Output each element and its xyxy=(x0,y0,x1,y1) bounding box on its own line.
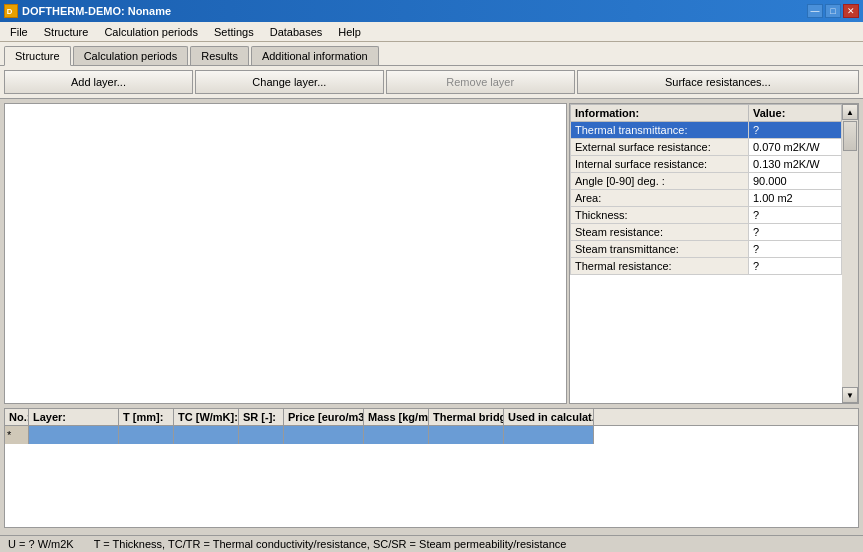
layer-cell xyxy=(174,426,239,444)
info-table-row[interactable]: Area:1.00 m2 xyxy=(571,190,842,207)
info-cell: Steam transmittance: xyxy=(571,241,749,258)
info-table-row[interactable]: External surface resistance:0.070 m2K/W xyxy=(571,139,842,156)
info-table-row[interactable]: Angle [0-90] deg. :90.000 xyxy=(571,173,842,190)
menu-structure[interactable]: Structure xyxy=(36,24,97,40)
info-cell: Area: xyxy=(571,190,749,207)
layer-table-body: * xyxy=(5,426,858,444)
scroll-down-arrow[interactable]: ▼ xyxy=(842,387,858,403)
value-cell: 0.070 m2K/W xyxy=(748,139,841,156)
add-layer-button[interactable]: Add layer... xyxy=(4,70,193,94)
info-cell: Internal surface resistance: xyxy=(571,156,749,173)
tabs-row: Structure Calculation periods Results Ad… xyxy=(0,42,863,66)
surface-resistances-button[interactable]: Surface resistances... xyxy=(577,70,859,94)
layer-cell xyxy=(284,426,364,444)
title-bar: D DOFTHERM-DEMO: Noname — □ ✕ xyxy=(0,0,863,22)
tab-structure[interactable]: Structure xyxy=(4,46,71,66)
info-cell: Steam resistance: xyxy=(571,224,749,241)
value-col-header: Value: xyxy=(748,105,841,122)
minimize-button[interactable]: — xyxy=(807,4,823,18)
menu-settings[interactable]: Settings xyxy=(206,24,262,40)
info-cell: Thermal resistance: xyxy=(571,258,749,275)
info-table-container: Information: Value: Thermal transmittanc… xyxy=(570,104,842,403)
layer-cell: * xyxy=(5,426,29,444)
layer-col-header: T [mm]: xyxy=(119,409,174,425)
main-window: D DOFTHERM-DEMO: Noname — □ ✕ File Struc… xyxy=(0,0,863,552)
layer-table-header: No.:Layer:T [mm]:TC [W/mK]:SR [-]:Price … xyxy=(5,409,858,426)
info-table-row[interactable]: Thermal resistance:? xyxy=(571,258,842,275)
split-area: Information: Value: Thermal transmittanc… xyxy=(0,99,863,408)
layer-col-header: Layer: xyxy=(29,409,119,425)
info-cell: Thermal transmittance: xyxy=(571,122,749,139)
info-cell: External surface resistance: xyxy=(571,139,749,156)
svg-text:D: D xyxy=(7,7,13,16)
layer-col-header: TC [W/mK]: xyxy=(174,409,239,425)
info-scrollbar: ▲ ▼ xyxy=(842,104,858,403)
layer-cell xyxy=(29,426,119,444)
layer-col-header: Used in calculat. xyxy=(504,409,594,425)
value-cell: 1.00 m2 xyxy=(748,190,841,207)
value-cell: 90.000 xyxy=(748,173,841,190)
scroll-thumb[interactable] xyxy=(843,121,857,151)
layer-cell xyxy=(429,426,504,444)
layer-table-row[interactable]: * xyxy=(5,426,858,444)
status-bar: U = ? W/m2K T = Thickness, TC/TR = Therm… xyxy=(0,535,863,552)
maximize-button[interactable]: □ xyxy=(825,4,841,18)
menu-databases[interactable]: Databases xyxy=(262,24,331,40)
info-table-row[interactable]: Thickness:? xyxy=(571,207,842,224)
layer-col-header: Price [euro/m3]: xyxy=(284,409,364,425)
info-cell: Thickness: xyxy=(571,207,749,224)
value-cell: ? xyxy=(748,241,841,258)
info-table: Information: Value: Thermal transmittanc… xyxy=(570,104,842,275)
value-cell: 0.130 m2K/W xyxy=(748,156,841,173)
tab-additional-info[interactable]: Additional information xyxy=(251,46,379,65)
layer-col-header: Thermal bridge: xyxy=(429,409,504,425)
menu-file[interactable]: File xyxy=(2,24,36,40)
menu-calculation-periods[interactable]: Calculation periods xyxy=(96,24,206,40)
close-button[interactable]: ✕ xyxy=(843,4,859,18)
legend-text: T = Thickness, TC/TR = Thermal conductiv… xyxy=(94,538,567,550)
structure-canvas xyxy=(4,103,567,404)
scroll-up-arrow[interactable]: ▲ xyxy=(842,104,858,120)
remove-layer-button[interactable]: Remove layer xyxy=(386,70,575,94)
info-panel: Information: Value: Thermal transmittanc… xyxy=(569,103,859,404)
info-cell: Angle [0-90] deg. : xyxy=(571,173,749,190)
window-title: DOFTHERM-DEMO: Noname xyxy=(22,5,171,17)
layer-cell xyxy=(239,426,284,444)
value-cell: ? xyxy=(748,122,841,139)
layer-table-section: No.:Layer:T [mm]:TC [W/mK]:SR [-]:Price … xyxy=(4,408,859,528)
layer-col-header: Mass [kg/m3]: xyxy=(364,409,429,425)
value-cell: ? xyxy=(748,224,841,241)
info-table-row[interactable]: Steam transmittance:? xyxy=(571,241,842,258)
menu-help[interactable]: Help xyxy=(330,24,369,40)
window-controls: — □ ✕ xyxy=(807,4,859,18)
value-cell: ? xyxy=(748,207,841,224)
layer-col-header: SR [-]: xyxy=(239,409,284,425)
layer-cell xyxy=(364,426,429,444)
layer-col-header: No.: xyxy=(5,409,29,425)
layer-cell xyxy=(119,426,174,444)
toolbar: Add layer... Change layer... Remove laye… xyxy=(0,66,863,99)
menu-bar: File Structure Calculation periods Setti… xyxy=(0,22,863,42)
tab-results[interactable]: Results xyxy=(190,46,249,65)
value-cell: ? xyxy=(748,258,841,275)
info-col-header: Information: xyxy=(571,105,749,122)
tab-calculation-periods[interactable]: Calculation periods xyxy=(73,46,189,65)
change-layer-button[interactable]: Change layer... xyxy=(195,70,384,94)
title-bar-left: D DOFTHERM-DEMO: Noname xyxy=(4,4,171,18)
info-table-row[interactable]: Steam resistance:? xyxy=(571,224,842,241)
app-icon: D xyxy=(4,4,18,18)
info-table-row[interactable]: Internal surface resistance:0.130 m2K/W xyxy=(571,156,842,173)
info-table-row[interactable]: Thermal transmittance:? xyxy=(571,122,842,139)
layer-cell xyxy=(504,426,594,444)
u-value-status: U = ? W/m2K xyxy=(8,538,74,550)
